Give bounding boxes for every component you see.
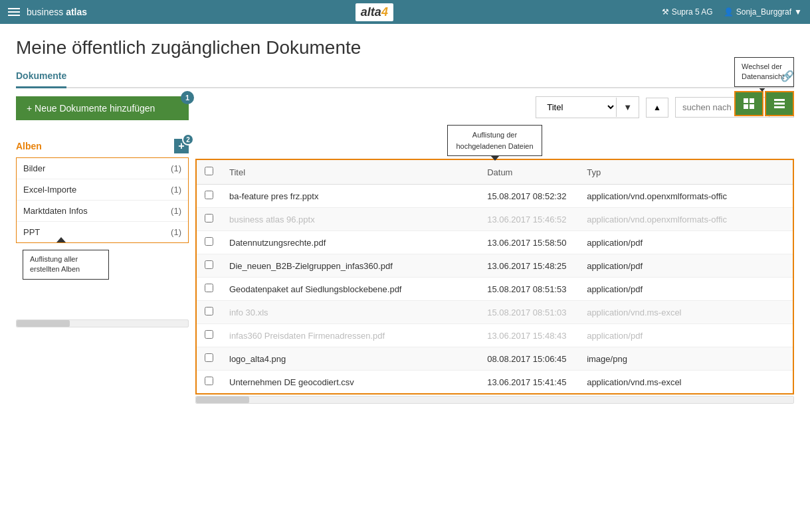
sidebar-scrollbar[interactable] bbox=[16, 319, 189, 327]
select-all-checkbox[interactable] bbox=[205, 167, 213, 175]
header: business atlas alta4 ⚒ Supra 5 AG 👤 Sonj… bbox=[0, 0, 810, 24]
row-date: 13.06.2017 15:41:45 bbox=[479, 371, 579, 395]
row-title: business atlas 96.pptx bbox=[221, 208, 479, 231]
table-row: ba-feature pres frz.pptx 15.08.2017 08:5… bbox=[196, 185, 793, 208]
content-area: + Neue Dokumente hinzufügen 1 Alben + 2 … bbox=[16, 96, 794, 404]
grid-icon bbox=[743, 98, 755, 110]
company-selector[interactable]: ⚒ Supra 5 AG bbox=[662, 7, 713, 17]
toggle-buttons bbox=[734, 91, 794, 116]
row-checkbox-cell bbox=[196, 371, 221, 395]
sort-select[interactable]: Titel bbox=[536, 97, 616, 118]
hamburger-icon[interactable] bbox=[8, 8, 20, 16]
row-title: Die_neuen_B2B-Zielgruppen_infas360.pdf bbox=[221, 254, 479, 278]
album-count: (1) bbox=[171, 185, 181, 195]
album-name: Bilder bbox=[23, 163, 45, 173]
row-date: 13.06.2017 15:46:52 bbox=[479, 208, 579, 231]
app-name-regular: business bbox=[27, 7, 63, 17]
chevron-down-icon: ▼ bbox=[794, 7, 802, 17]
tab-dokumente[interactable]: Dokumente bbox=[16, 65, 66, 88]
svg-rect-4 bbox=[774, 99, 785, 101]
album-item[interactable]: Excel-Importe (1) bbox=[17, 179, 188, 201]
album-count: (1) bbox=[171, 163, 181, 173]
table-row: business atlas 96.pptx 13.06.2017 15:46:… bbox=[196, 208, 793, 231]
list-icon bbox=[773, 98, 785, 110]
row-type: application/vnd.openxmlformats-offic bbox=[579, 185, 793, 208]
select-all-header bbox=[196, 159, 221, 185]
title-header: Titel bbox=[221, 159, 479, 185]
link-icon[interactable]: 🔗 bbox=[781, 70, 794, 82]
album-list: Bilder (1) Excel-Importe (1) Marktdaten … bbox=[16, 157, 189, 243]
file-list-tooltip-wrapper: Auflistung der hochgeladenen Dateien bbox=[195, 125, 794, 156]
sort-order-button[interactable]: ▲ bbox=[646, 98, 668, 118]
table-row: Datennutzungsrechte.pdf 13.06.2017 15:58… bbox=[196, 231, 793, 254]
add-docs-badge: 1 bbox=[181, 91, 194, 104]
row-title: ba-feature pres frz.pptx bbox=[221, 185, 479, 208]
header-logo: alta4 bbox=[355, 3, 393, 21]
row-checkbox[interactable] bbox=[205, 377, 213, 385]
add-docs-button[interactable]: + Neue Dokumente hinzufügen bbox=[16, 96, 189, 120]
row-checkbox[interactable] bbox=[205, 307, 213, 315]
row-checkbox[interactable] bbox=[205, 214, 213, 222]
table-scrollbar[interactable] bbox=[195, 396, 794, 404]
row-title: Datennutzungsrechte.pdf bbox=[221, 231, 479, 254]
row-date: 13.06.2017 15:48:43 bbox=[479, 324, 579, 347]
row-checkbox-cell bbox=[196, 324, 221, 347]
file-tooltip-line2: hochgeladenen Dateien bbox=[456, 142, 533, 150]
main-content: Meine öffentlich zugänglichen Dokumente … bbox=[0, 24, 810, 532]
sidebar: + Neue Dokumente hinzufügen 1 Alben + 2 … bbox=[16, 96, 195, 404]
album-tooltip-line2: erstellten Alben bbox=[30, 265, 80, 273]
row-checkbox[interactable] bbox=[205, 260, 213, 269]
add-album-button[interactable]: + 2 bbox=[174, 139, 189, 153]
row-date: 08.08.2017 15:06:45 bbox=[479, 347, 579, 371]
row-type: application/pdf bbox=[579, 324, 793, 347]
grid-view-button[interactable] bbox=[734, 91, 763, 116]
alta4-logo: alta4 bbox=[361, 5, 388, 19]
svg-rect-2 bbox=[744, 104, 748, 109]
row-type: application/vnd.ms-excel bbox=[579, 371, 793, 395]
table-row: logo_alta4.png 08.08.2017 15:06:45 image… bbox=[196, 347, 793, 371]
row-checkbox-cell bbox=[196, 301, 221, 324]
table-area: Titel ▼ ▲ 🔍 Auflistung der hochgeladenen… bbox=[195, 96, 794, 404]
row-type: application/pdf bbox=[579, 254, 793, 278]
album-item[interactable]: Marktdaten Infos (1) bbox=[17, 201, 188, 222]
row-checkbox-cell bbox=[196, 231, 221, 254]
row-date: 13.06.2017 15:58:50 bbox=[479, 231, 579, 254]
row-title: infas360 Preisdaten Firmenadressen.pdf bbox=[221, 324, 479, 347]
app-title: business atlas bbox=[27, 7, 87, 17]
row-type: application/pdf bbox=[579, 231, 793, 254]
table-row: Unternehmen DE geocodiert.csv 13.06.2017… bbox=[196, 371, 793, 395]
row-date: 13.06.2017 15:48:25 bbox=[479, 254, 579, 278]
row-checkbox[interactable] bbox=[205, 330, 213, 339]
albums-header: Alben + 2 bbox=[16, 139, 189, 153]
row-checkbox-cell bbox=[196, 278, 221, 301]
table-row: infas360 Preisdaten Firmenadressen.pdf 1… bbox=[196, 324, 793, 347]
row-checkbox[interactable] bbox=[205, 284, 213, 292]
albums-tooltip: Auflistung aller erstellten Alben bbox=[23, 250, 109, 280]
page-title: Meine öffentlich zugänglichen Dokumente bbox=[16, 37, 794, 58]
albums-title: Alben bbox=[16, 141, 42, 151]
table-row: Geodatenpaket auf Siedlungsblockebene.pd… bbox=[196, 278, 793, 301]
row-checkbox[interactable] bbox=[205, 191, 213, 199]
album-item[interactable]: Bilder (1) bbox=[17, 158, 188, 179]
row-title: logo_alta4.png bbox=[221, 347, 479, 371]
chevron-down-icon[interactable]: ▼ bbox=[616, 98, 639, 117]
company-name: Supra 5 AG bbox=[672, 7, 713, 17]
album-item[interactable]: PPT (1) bbox=[17, 222, 188, 242]
row-checkbox[interactable] bbox=[205, 237, 213, 246]
file-list-tooltip: Auflistung der hochgeladenen Dateien bbox=[447, 125, 542, 156]
sort-dropdown[interactable]: Titel ▼ bbox=[536, 96, 639, 118]
row-date: 15.08.2017 08:51:03 bbox=[479, 301, 579, 324]
svg-rect-5 bbox=[774, 102, 785, 104]
app-name-bold: atlas bbox=[66, 7, 87, 17]
list-view-button[interactable] bbox=[765, 91, 794, 116]
user-icon: 👤 bbox=[724, 7, 734, 17]
user-menu[interactable]: 👤 Sonja_Burggraf ▼ bbox=[724, 7, 802, 17]
username: Sonja_Burggraf bbox=[736, 7, 791, 17]
date-header: Datum bbox=[479, 159, 579, 185]
header-left: business atlas bbox=[8, 7, 87, 17]
album-count: (1) bbox=[171, 227, 181, 237]
row-checkbox-cell bbox=[196, 347, 221, 371]
album-tooltip-line1: Auflistung aller bbox=[30, 255, 78, 263]
album-name: Excel-Importe bbox=[23, 185, 76, 195]
row-checkbox[interactable] bbox=[205, 353, 213, 362]
